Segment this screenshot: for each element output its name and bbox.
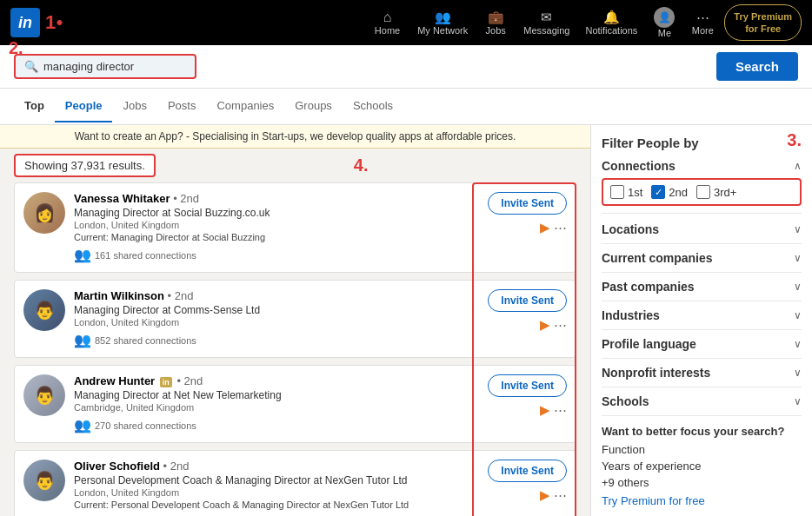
checkbox-2nd[interactable]: ✓: [651, 185, 665, 199]
action-area-2: Invite Sent ▶ ⋯: [488, 289, 567, 333]
action-area-1: Invite Sent ▶ ⋯: [488, 192, 567, 235]
nav-annotation-1: 1 ●: [45, 13, 63, 32]
tab-jobs[interactable]: Jobs: [112, 90, 156, 122]
person-info-1: Vanessa Whitaker • 2nd Managing Director…: [74, 192, 479, 263]
nav-me[interactable]: 👤 Me: [648, 3, 681, 42]
chevron-down-nonprofit: ∨: [794, 367, 802, 379]
chevron-up-icon: ∧: [794, 160, 802, 172]
filter-past-companies-header[interactable]: Past companies ∨: [602, 280, 802, 294]
tab-people[interactable]: People: [55, 90, 113, 122]
focus-title: Want to better focus your search?: [602, 425, 802, 438]
avatar-3[interactable]: 👨: [23, 374, 65, 416]
avatar-2[interactable]: 👨: [23, 289, 65, 331]
tab-top[interactable]: Top: [14, 90, 55, 122]
filter-current-companies-header[interactable]: Current companies ∨: [602, 251, 802, 265]
tab-companies[interactable]: Companies: [206, 90, 284, 122]
checkbox-1st[interactable]: [610, 185, 624, 199]
annotation-4: 4.: [354, 155, 369, 175]
invite-sent-1[interactable]: Invite Sent: [488, 192, 567, 215]
filter-industries-header[interactable]: Industries ∨: [602, 308, 802, 322]
more-icon-2[interactable]: ⋯: [554, 317, 567, 333]
filter-industries: Industries ∨: [602, 301, 802, 330]
person-info-4: Oliver Schofield • 2nd Personal Developm…: [74, 460, 479, 516]
nav-notifications[interactable]: 🔔 Notifications: [580, 6, 642, 39]
tab-schools[interactable]: Schools: [343, 90, 403, 122]
filter-connections-header[interactable]: Connections ∧: [602, 159, 802, 173]
person-info-3: Andrew Hunter in • 2nd Managing Director…: [74, 374, 479, 433]
nav-network[interactable]: 👥 My Network: [412, 6, 473, 39]
filter-profile-language-header[interactable]: Profile language ∨: [602, 337, 802, 351]
more-icon-1[interactable]: ⋯: [554, 220, 567, 235]
filter-title: Filter People by: [602, 136, 699, 150]
person-card-2: 👨 Martin Wilkinson • 2nd Managing Direct…: [14, 280, 576, 358]
conn-option-2nd[interactable]: ✓ 2nd: [651, 185, 688, 199]
tabs-bar: Top People Jobs Posts Companies Groups S…: [0, 89, 812, 125]
invite-sent-3[interactable]: Invite Sent: [488, 374, 567, 397]
person-card-4: 👨 Oliver Schofield • 2nd Personal Develo…: [14, 450, 576, 516]
linkedin-logo[interactable]: in: [10, 8, 40, 37]
focus-section: Want to better focus your search? Functi…: [602, 416, 802, 507]
person-info-2: Martin Wilkinson • 2nd Managing Director…: [74, 289, 479, 348]
filter-sidebar: 3. Filter People by Connections ∧ 1st ✓ …: [590, 125, 812, 516]
avatar-4[interactable]: 👨: [23, 460, 65, 501]
annotation-2: 2.: [9, 38, 23, 58]
filter-nonprofit: Nonprofit interests ∨: [602, 359, 802, 387]
filter-connections: Connections ∧ 1st ✓ 2nd 3rd+: [602, 159, 802, 214]
filter-schools: Schools ∨: [602, 387, 802, 416]
main-area: Want to create an App? - Specialising in…: [0, 125, 812, 516]
focus-item-more: +9 others: [602, 474, 802, 491]
conn-option-3rd[interactable]: 3rd+: [696, 185, 736, 199]
avatar-1[interactable]: 👩: [23, 192, 65, 234]
filter-schools-header[interactable]: Schools ∨: [602, 394, 802, 408]
more-icon-3[interactable]: ⋯: [554, 402, 567, 418]
action-area-3: Invite Sent ▶ ⋯: [488, 374, 567, 418]
focus-item-function: Function: [602, 441, 802, 458]
search-input-wrapper[interactable]: 🔍 managing director: [14, 54, 196, 79]
promote-icon-2[interactable]: ▶: [540, 317, 550, 333]
nav-jobs[interactable]: 💼 Jobs: [478, 6, 513, 39]
chevron-down-language: ∨: [794, 338, 802, 350]
filter-profile-language: Profile language ∨: [602, 330, 802, 359]
results-count: Showing 37,931 results.: [14, 154, 156, 177]
invite-sent-2[interactable]: Invite Sent: [488, 289, 567, 312]
action-area-4: Invite Sent ▶ ⋯: [488, 460, 567, 503]
nav-messaging[interactable]: ✉ Messaging: [518, 6, 575, 39]
promote-icon-4[interactable]: ▶: [540, 487, 550, 503]
more-icon-4[interactable]: ⋯: [554, 487, 567, 503]
promote-icon-1[interactable]: ▶: [540, 220, 550, 235]
search-button[interactable]: Search: [716, 52, 798, 81]
people-list: 👩 Vanessa Whitaker • 2nd Managing Direct…: [0, 182, 590, 516]
chevron-down-locations: ∨: [794, 223, 802, 235]
search-bar: 2. 🔍 managing director Search: [0, 45, 812, 89]
tab-posts[interactable]: Posts: [157, 90, 207, 122]
person-card-3: 👨 Andrew Hunter in • 2nd Managing Direct…: [14, 365, 576, 443]
promo-banner[interactable]: Want to create an App? - Specialising in…: [0, 125, 590, 149]
conn-option-1st[interactable]: 1st: [610, 185, 642, 199]
chevron-down-past: ∨: [794, 281, 802, 293]
filter-past-companies: Past companies ∨: [602, 273, 802, 301]
nav-more[interactable]: ⋯ More: [686, 6, 719, 39]
chevron-down-current: ∨: [794, 252, 802, 264]
filter-locations-header[interactable]: Locations ∨: [602, 222, 802, 236]
nav-home[interactable]: ⌂ Home: [368, 6, 407, 39]
top-nav: in 1 ● ⌂ Home 👥 My Network 💼 Jobs ✉ Mess…: [0, 0, 812, 45]
chevron-down-schools: ∨: [794, 395, 802, 407]
invite-sent-4[interactable]: Invite Sent: [488, 460, 567, 482]
left-panel: Want to create an App? - Specialising in…: [0, 125, 590, 516]
tab-groups[interactable]: Groups: [284, 90, 343, 122]
search-icon: 🔍: [24, 60, 38, 73]
search-query-display: managing director: [43, 60, 134, 73]
annotation-3: 3.: [787, 130, 802, 150]
filter-nonprofit-header[interactable]: Nonprofit interests ∨: [602, 366, 802, 380]
filter-current-companies: Current companies ∨: [602, 244, 802, 273]
try-premium-button[interactable]: Try Premiumfor Free: [724, 4, 802, 42]
try-premium-link[interactable]: Try Premium for free: [602, 494, 802, 507]
filter-locations: Locations ∨: [602, 215, 802, 244]
promote-icon-3[interactable]: ▶: [540, 402, 550, 418]
person-card-1: 👩 Vanessa Whitaker • 2nd Managing Direct…: [14, 182, 576, 273]
chevron-down-industries: ∨: [794, 309, 802, 321]
focus-item-years: Years of experience: [602, 458, 802, 474]
checkbox-3rd[interactable]: [696, 185, 710, 199]
